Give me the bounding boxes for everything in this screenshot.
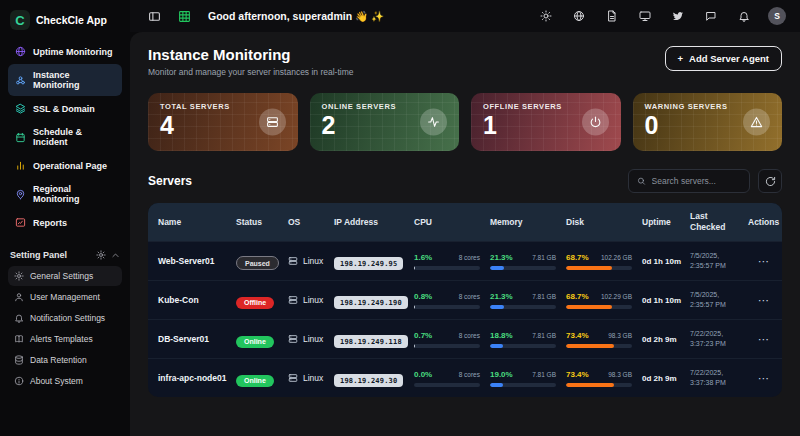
sidebar-item-label: Operational Page xyxy=(33,161,107,171)
sidebar-item-ssl-domain[interactable]: SSL & Domain xyxy=(8,97,122,120)
col-last-checked: Last Checked xyxy=(690,211,748,232)
sidebar-item-notification-settings[interactable]: Notification Settings xyxy=(8,308,122,328)
sidebar-item-label: Regional Monitoring xyxy=(33,184,115,204)
sidebar-item-alerts-templates[interactable]: Alerts Templates xyxy=(8,329,122,349)
status-badge: Paused xyxy=(236,256,279,270)
memory-bar xyxy=(490,266,504,270)
server-uptime: 0d 2h 9m xyxy=(642,374,690,383)
sun-icon xyxy=(540,10,552,22)
memory-meter: 18.8%7.81 GB xyxy=(490,331,556,348)
calendar-icon xyxy=(15,132,26,143)
page-content: Instance Monitoring Monitor and manage y… xyxy=(130,32,800,436)
row-actions-button[interactable]: ⋯ xyxy=(748,333,772,346)
disk-percent: 73.4% xyxy=(566,331,589,340)
setting-panel-label: Setting Panel xyxy=(10,250,67,260)
instance-nodes-icon xyxy=(15,75,26,86)
row-actions-button[interactable]: ⋯ xyxy=(748,372,772,385)
sidebar-item-operational-page[interactable]: Operational Page xyxy=(8,154,122,177)
row-actions-button[interactable]: ⋯ xyxy=(748,294,772,307)
servers-icon xyxy=(266,116,279,129)
disk-meter: 73.4%98.3 GB xyxy=(566,370,632,387)
main-area: Good afternoon, superadmin 👋 ✨ xyxy=(130,0,800,436)
desktop-app-button[interactable] xyxy=(636,6,654,26)
server-table-row[interactable]: Web-Server01 Paused Linux 198.19.249.95 … xyxy=(148,241,782,280)
col-os: OS xyxy=(288,217,334,228)
sidebar-item-regional-monitoring[interactable]: Regional Monitoring xyxy=(8,178,122,210)
memory-bar xyxy=(490,344,503,348)
ip-address: 198.19.249.30 xyxy=(334,374,403,387)
server-table-row[interactable]: DB-Server01 Online Linux 198.19.249.118 … xyxy=(148,319,782,358)
sidebar-item-label: About System xyxy=(30,376,83,386)
add-server-agent-button[interactable]: + Add Server Agent xyxy=(665,46,782,71)
gear-icon xyxy=(14,271,24,281)
power-icon xyxy=(589,116,602,129)
sidebar-item-uptime-monitoring[interactable]: Uptime Monitoring xyxy=(8,40,122,63)
sidebar-item-reports[interactable]: Reports xyxy=(8,211,122,234)
os-server-icon xyxy=(288,334,298,344)
cpu-bar xyxy=(414,344,415,348)
docs-button[interactable] xyxy=(603,6,621,26)
ip-address: 198.19.249.190 xyxy=(334,296,408,309)
search-input[interactable] xyxy=(652,176,741,186)
sidebar-item-instance-monitoring[interactable]: Instance Monitoring xyxy=(8,64,122,96)
cpu-meter: 0.7%8 cores xyxy=(414,331,480,348)
app-logo: C CheckCle App xyxy=(8,8,122,40)
language-button[interactable] xyxy=(570,6,588,26)
sidebar-item-general-settings[interactable]: General Settings xyxy=(8,266,122,286)
user-avatar[interactable]: S xyxy=(768,7,786,25)
disk-meter: 73.4%98.3 GB xyxy=(566,331,632,348)
memory-total: 7.81 GB xyxy=(532,332,556,339)
memory-meter: 21.3%7.81 GB xyxy=(490,253,556,270)
memory-percent: 21.3% xyxy=(490,253,513,262)
server-table-row[interactable]: infra-apc-node01 Online Linux 198.19.249… xyxy=(148,358,782,397)
server-os: Linux xyxy=(288,373,334,383)
disk-percent: 68.7% xyxy=(566,253,589,262)
status-badge: Offline xyxy=(236,297,274,309)
sidebar-item-user-management[interactable]: User Management xyxy=(8,287,122,307)
server-name: DB-Server01 xyxy=(158,334,236,344)
offline-servers-card[interactable]: OFFLINE SERVERS 1 xyxy=(471,93,621,151)
sidebar-item-data-retention[interactable]: Data Retention xyxy=(8,350,122,370)
search-icon xyxy=(637,176,646,186)
chat-button[interactable] xyxy=(702,6,720,26)
sidebar-item-label: Instance Monitoring xyxy=(33,70,115,90)
online-servers-card[interactable]: ONLINE SERVERS 2 xyxy=(310,93,460,151)
disk-total: 98.3 GB xyxy=(608,332,632,339)
monitor-icon xyxy=(639,10,651,22)
report-chart-icon xyxy=(15,217,26,228)
app-title: CheckCle App xyxy=(36,14,107,26)
panel-toggle-icon xyxy=(148,10,161,23)
row-actions-button[interactable]: ⋯ xyxy=(748,255,772,268)
server-table-row[interactable]: Kube-Con Offline Linux 198.19.249.190 0.… xyxy=(148,280,782,319)
cpu-meter: 0.8%8 cores xyxy=(414,292,480,309)
warning-triangle-icon xyxy=(750,116,763,129)
disk-meter: 68.7%102.26 GB xyxy=(566,253,632,270)
last-checked: 7/5/2025,2:35:57 PM xyxy=(690,251,748,271)
sidebar-item-schedule-incident[interactable]: Schedule & Incident xyxy=(8,121,122,153)
twitter-button[interactable] xyxy=(669,6,687,26)
memory-percent: 19.0% xyxy=(490,370,513,379)
last-checked: 7/22/2025,3:37:23 PM xyxy=(690,329,748,349)
ip-address: 198.19.249.95 xyxy=(334,257,403,270)
total-servers-card[interactable]: TOTAL SERVERS 4 xyxy=(148,93,298,151)
notifications-button[interactable] xyxy=(735,6,753,26)
info-icon xyxy=(14,376,24,386)
disk-total: 98.3 GB xyxy=(608,371,632,378)
theme-toggle-button[interactable] xyxy=(537,6,555,26)
cpu-percent: 0.0% xyxy=(414,370,432,379)
cpu-cores: 8 cores xyxy=(459,293,480,300)
sidebar-toggle-button[interactable] xyxy=(144,6,164,26)
last-checked: 7/22/2025,3:37:38 PM xyxy=(690,368,748,388)
server-search xyxy=(628,169,750,193)
server-uptime: 0d 1h 10m xyxy=(642,257,690,266)
setting-panel-header[interactable]: Setting Panel xyxy=(10,250,120,260)
cpu-percent: 0.8% xyxy=(414,292,432,301)
refresh-button[interactable] xyxy=(758,169,782,193)
warning-servers-card[interactable]: WARNING SERVERS 0 xyxy=(633,93,783,151)
sidebar-item-about-system[interactable]: About System xyxy=(8,371,122,391)
chevron-up-icon xyxy=(111,251,120,260)
disk-bar xyxy=(566,344,614,348)
grid-view-button[interactable] xyxy=(174,6,194,26)
cpu-meter: 0.0%8 cores xyxy=(414,370,480,387)
document-icon xyxy=(606,10,618,22)
